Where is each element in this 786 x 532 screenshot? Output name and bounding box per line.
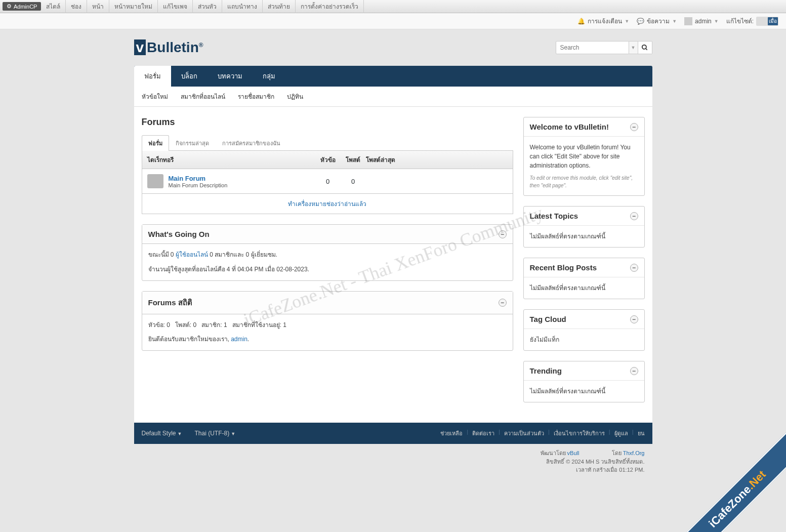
recent-blog-body: ไม่มีผลลัพธ์ที่ตรงตามเกณฑ์นี้ [524, 277, 644, 299]
user-menu[interactable]: admin ▼ [684, 17, 719, 25]
notifications-label: การแจ้งเตือน [588, 16, 622, 26]
badge-text-b: .Net [744, 468, 768, 479]
mark-read-row: ทำเครื่องหมายช่องว่าอ่านแล้ว [142, 194, 513, 214]
collapse-button[interactable]: − [630, 264, 638, 272]
nav-blog[interactable]: บล็อก [171, 66, 208, 87]
thxf-link[interactable]: Thxf.Org [623, 450, 645, 456]
topbar-footer[interactable]: ส่วนท้าย [263, 0, 296, 13]
svg-point-0 [642, 45, 646, 49]
users-online-link[interactable]: ผู้ใช้ออนไลน์ [176, 251, 208, 258]
latest-topics-module: Latest Topics − ไม่มีผลลัพธ์ที่ตรงตามเกณ… [523, 206, 645, 248]
whats-going-on-title: What's Going On [148, 230, 210, 238]
footer-other[interactable]: ยน [638, 429, 645, 438]
footer-admin[interactable]: ผู้ดูแล [614, 429, 628, 438]
online-text: ขณะนี้มี 0 [148, 251, 176, 258]
toggle-switch[interactable]: เมื่อ [756, 17, 778, 26]
topbar-style[interactable]: สไตล์ [41, 0, 66, 13]
topbar-newpage[interactable]: หน้าหมายใหม่ [109, 0, 158, 13]
forum-icon [147, 174, 163, 188]
collapse-button[interactable]: − [630, 212, 638, 220]
header-posts: โพสต์ [341, 155, 366, 165]
message-icon: 💬 [637, 18, 644, 25]
username-label: admin [695, 18, 712, 25]
welcome-text-b: . [247, 336, 249, 343]
collapse-button[interactable]: − [630, 315, 638, 323]
topbar-channel[interactable]: ช่อง [66, 0, 87, 13]
search-button[interactable] [638, 41, 652, 54]
tag-cloud-title: Tag Cloud [530, 315, 566, 323]
welcome-note: To edit or remove this module, click "ed… [530, 174, 638, 189]
collapse-button[interactable]: − [499, 230, 507, 238]
messages-menu[interactable]: 💬 ข้อความ ▼ [637, 16, 677, 26]
admincp-button[interactable]: AdminCP [3, 2, 41, 11]
footer-contact[interactable]: ติดต่อเรา [472, 429, 494, 438]
tab-forum[interactable]: ฟอรั่ม [142, 135, 169, 151]
collapse-button[interactable]: − [630, 123, 638, 131]
subnav-calendar[interactable]: ปฏิทิน [287, 92, 303, 101]
tab-subscriptions[interactable]: การสมัครสมาชิกของฉัน [216, 135, 287, 151]
toggle-on-label: เมื่อ [768, 17, 778, 25]
footer-terms[interactable]: เงื่อนไขการให้บริการ [554, 429, 605, 438]
newest-member-link[interactable]: admin [231, 336, 247, 343]
header-topics: หัวข้อ [315, 155, 341, 165]
content-tabs: ฟอรั่ม กิจกรรมล่าสุด การสมัครสมาชิกของฉั… [142, 135, 513, 151]
topbar-quicksettings[interactable]: การตั้งค่าอย่างรวดเร็ว [296, 0, 364, 13]
language-chooser[interactable]: Thai (UTF-8)▼ [194, 430, 235, 437]
vbulletin-link[interactable]: vBull [567, 450, 580, 456]
time-text: เวลาทั กสร้างเมื่อ 01:12 PM. [142, 466, 645, 474]
svg-line-1 [646, 49, 647, 50]
trending-title: Trending [530, 366, 562, 375]
logo[interactable]: vvBulletinBulletin® [134, 39, 203, 56]
page-title: Forums [142, 117, 513, 128]
copyright-text: ลิขสิทธิ์ © 2024 MH S วนลิขสิทธิ์ทั้งหมด… [142, 458, 645, 466]
header-directory: ไดเร็กทอรี [147, 155, 315, 165]
trending-module: Trending − ไม่มีผลลัพธ์ที่ตรงตามเกณฑ์นี้ [523, 361, 645, 402]
subnav-members[interactable]: รายชื่อสมาชิก [238, 92, 274, 101]
mark-read-link[interactable]: ทำเครื่องหมายช่องว่าอ่านแล้ว [288, 200, 366, 208]
footer-credits: พัฒนาโดย vBull โดย Thxf.Org ลิขสิทธิ์ © … [134, 444, 652, 479]
lang-label: Thai (UTF-8) [194, 430, 229, 437]
forum-row[interactable]: Main Forum Main Forum Description 0 0 [142, 169, 513, 194]
style-chooser[interactable]: Default Style▼ [142, 430, 182, 437]
forum-topic-count: 0 [315, 178, 341, 185]
forum-table-header: ไดเร็กทอรี หัวข้อ โพสต์ โพสต์ล่าสุด [142, 151, 513, 169]
search-input[interactable] [556, 41, 629, 54]
forum-name-link[interactable]: Main Forum [169, 175, 315, 182]
search-icon [641, 44, 648, 51]
footer-help[interactable]: ช่วยเหลือ [440, 429, 463, 438]
search-box: ▼ [556, 41, 652, 54]
subnav-online[interactable]: สมาชิกที่ออนไลน์ [181, 92, 225, 101]
nav-forum[interactable]: ฟอรั่ม [134, 66, 171, 87]
tag-cloud-body: ยังไม่มีแท็ก [524, 329, 644, 350]
style-label: Default Style [142, 430, 176, 437]
collapse-button[interactable]: − [630, 367, 638, 375]
tag-cloud-module: Tag Cloud − ยังไม่มีแท็ก [523, 309, 645, 351]
topbar-editpage[interactable]: แก้ไขเพจ [158, 0, 193, 13]
forum-description: Main Forum Description [169, 182, 315, 188]
forum-post-count: 0 [341, 178, 366, 185]
collapse-button[interactable]: − [499, 299, 507, 307]
edit-site-toggle[interactable]: แก้ไขไซต์: เมื่อ [726, 16, 778, 26]
recent-blog-title: Recent Blog Posts [530, 263, 597, 272]
nav-articles[interactable]: บทความ [208, 66, 253, 87]
notifications-menu[interactable]: 🔔 การแจ้งเตือน ▼ [577, 16, 629, 26]
online-text-b: 0 สมาชิกและ 0 ผู้เยี่ยมชม. [208, 251, 277, 258]
search-dropdown[interactable]: ▼ [629, 41, 638, 54]
subnav-newtopics[interactable]: หัวข้อใหม่ [142, 92, 168, 101]
footer-privacy[interactable]: ความเป็นส่วนตัว [504, 429, 544, 438]
edit-site-label: แก้ไขไซต์: [726, 16, 754, 26]
credit-text: พัฒนาโดย [541, 450, 567, 456]
forum-stats-title: Forums สถิติ [148, 297, 192, 309]
footer-bar: Default Style▼ Thai (UTF-8)▼ ช่วยเหลือ| … [134, 423, 652, 444]
topbar-page[interactable]: หน้า [87, 0, 109, 13]
welcome-title: Welcome to vBulletin! [530, 122, 609, 131]
chevron-down-icon: ▼ [178, 431, 182, 436]
credit-text-b: โดย [610, 450, 623, 456]
stat-members: สมาชิก: 1 [201, 321, 227, 329]
topbar-nav[interactable]: แถบนำทาง [222, 0, 263, 13]
bell-icon: 🔔 [577, 18, 585, 25]
messages-label: ข้อความ [647, 16, 670, 26]
tab-latest[interactable]: กิจกรรมล่าสุด [169, 135, 216, 151]
topbar-header[interactable]: ส่วนหัว [193, 0, 222, 13]
nav-groups[interactable]: กลุ่ม [253, 66, 285, 87]
